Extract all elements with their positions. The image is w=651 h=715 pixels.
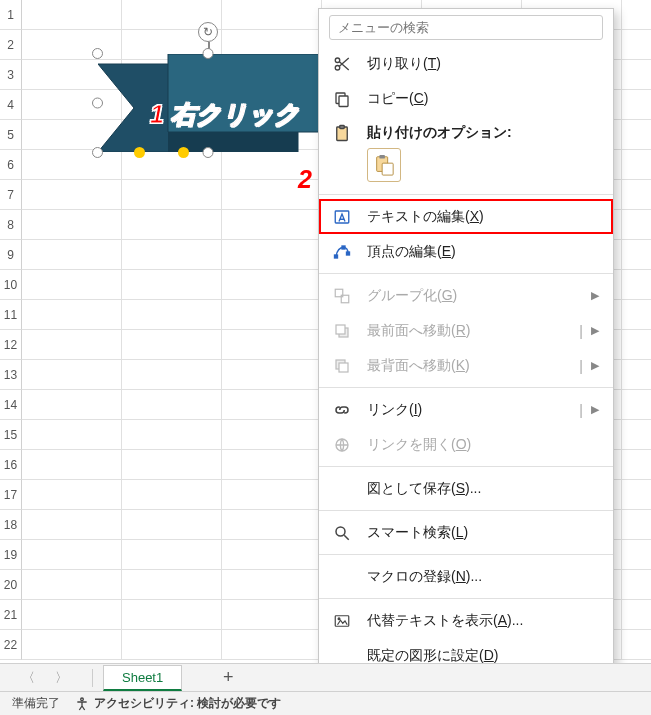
row-header[interactable]: 9 — [0, 240, 22, 270]
alt-text-icon — [331, 610, 353, 632]
separator — [319, 387, 613, 388]
adjust-handle[interactable] — [134, 147, 145, 158]
split-bar: | — [579, 402, 583, 418]
svg-rect-6 — [339, 96, 348, 107]
separator — [92, 669, 93, 687]
row-header[interactable]: 7 — [0, 180, 22, 210]
link-icon — [331, 399, 353, 421]
paste-options — [319, 146, 613, 190]
svg-rect-8 — [340, 126, 345, 129]
status-bar: 準備完了 アクセシビリティ: 検討が必要です — [0, 691, 651, 715]
svg-rect-19 — [336, 325, 345, 334]
menu-label: 最背面へ移動(K) — [367, 357, 579, 375]
separator — [319, 510, 613, 511]
resize-handle[interactable] — [92, 48, 103, 59]
menu-search-input[interactable] — [329, 15, 603, 40]
row-header[interactable]: 1 — [0, 0, 22, 30]
open-link-icon — [331, 434, 353, 456]
text-box-icon — [331, 206, 353, 228]
menu-save-as-picture[interactable]: 図として保存(S)... — [319, 471, 613, 506]
menu-label: リンクを開く(O) — [367, 436, 599, 454]
svg-point-3 — [335, 58, 340, 63]
menu-label: 頂点の編集(E) — [367, 243, 599, 261]
add-sheet-button[interactable]: + — [212, 665, 244, 691]
menu-record-macro[interactable]: マクロの登録(N)... — [319, 559, 613, 594]
paste-option-button[interactable] — [367, 148, 401, 182]
tab-prev-button[interactable]: 〈 — [22, 669, 35, 687]
menu-search-wrap — [319, 9, 613, 46]
row-header[interactable]: 5 — [0, 120, 22, 150]
separator — [319, 598, 613, 599]
accessibility-label: アクセシビリティ: 検討が必要です — [94, 695, 281, 712]
sheet-tabstrip: 〈 〉 Sheet1 + — [0, 663, 651, 691]
row-header[interactable]: 4 — [0, 90, 22, 120]
svg-rect-11 — [379, 155, 385, 159]
row-header[interactable]: 18 — [0, 510, 22, 540]
accessibility-status[interactable]: アクセシビリティ: 検討が必要です — [74, 695, 281, 712]
resize-handle[interactable] — [92, 147, 103, 158]
split-bar: | — [579, 323, 583, 339]
menu-smart-lookup[interactable]: スマート検索(L) — [319, 515, 613, 550]
menu-label: テキストの編集(X) — [367, 208, 599, 226]
annotation-step2: 2 — [298, 165, 312, 194]
row-header[interactable]: 14 — [0, 390, 22, 420]
resize-handle[interactable] — [203, 147, 214, 158]
row-header[interactable]: 20 — [0, 570, 22, 600]
accessibility-icon — [74, 696, 90, 712]
row-header[interactable]: 10 — [0, 270, 22, 300]
separator — [319, 466, 613, 467]
row-header[interactable]: 2 — [0, 30, 22, 60]
scissors-icon — [331, 53, 353, 75]
svg-rect-21 — [339, 363, 348, 372]
separator — [319, 194, 613, 195]
menu-cut[interactable]: 切り取り(T) — [319, 46, 613, 81]
row-header[interactable]: 12 — [0, 330, 22, 360]
menu-edit-text[interactable]: テキストの編集(X) — [319, 199, 613, 234]
row-header[interactable]: 13 — [0, 360, 22, 390]
svg-rect-15 — [347, 252, 350, 255]
row-header[interactable]: 17 — [0, 480, 22, 510]
menu-copy[interactable]: コピー(C) — [319, 81, 613, 116]
resize-handle[interactable] — [92, 98, 103, 109]
copy-icon — [331, 88, 353, 110]
edit-points-icon — [331, 241, 353, 263]
menu-bring-front: 最前面へ移動(R) | ▶ — [319, 313, 613, 348]
clipboard-icon — [331, 122, 353, 144]
row-header[interactable]: 11 — [0, 300, 22, 330]
row-header[interactable]: 21 — [0, 600, 22, 630]
menu-label: 貼り付けのオプション: — [367, 124, 512, 142]
row-header[interactable]: 8 — [0, 210, 22, 240]
svg-rect-10 — [382, 163, 393, 175]
menu-label: スマート検索(L) — [367, 524, 599, 542]
svg-point-28 — [81, 698, 84, 701]
tab-next-button[interactable]: 〉 — [55, 669, 68, 687]
menu-edit-points[interactable]: 頂点の編集(E) — [319, 234, 613, 269]
split-bar: | — [579, 358, 583, 374]
chevron-right-icon: ▶ — [591, 289, 599, 302]
resize-handle[interactable] — [203, 48, 214, 59]
menu-alt-text[interactable]: 代替テキストを表示(A)... — [319, 603, 613, 638]
adjust-handle[interactable] — [178, 147, 189, 158]
menu-paste-heading: 貼り付けのオプション: — [319, 116, 613, 146]
rotate-handle-icon[interactable]: ↻ — [198, 22, 218, 42]
row-headers: 1 2 3 4 5 6 7 8 9 10 11 12 13 14 15 16 1… — [0, 0, 22, 660]
row-header[interactable]: 16 — [0, 450, 22, 480]
chevron-right-icon: ▶ — [591, 324, 599, 337]
menu-label: マクロの登録(N)... — [367, 568, 599, 586]
row-header[interactable]: 15 — [0, 420, 22, 450]
row-header[interactable]: 19 — [0, 540, 22, 570]
menu-label: 代替テキストを表示(A)... — [367, 612, 599, 630]
menu-group: グループ化(G) ▶ — [319, 278, 613, 313]
sheet-tab[interactable]: Sheet1 — [103, 665, 182, 691]
menu-label: コピー(C) — [367, 90, 599, 108]
menu-label: 図として保存(S)... — [367, 480, 599, 498]
chevron-right-icon: ▶ — [591, 359, 599, 372]
menu-link[interactable]: リンク(I) | ▶ — [319, 392, 613, 427]
chevron-right-icon: ▶ — [591, 403, 599, 416]
menu-label: リンク(I) — [367, 401, 579, 419]
row-header[interactable]: 6 — [0, 150, 22, 180]
row-header[interactable]: 22 — [0, 630, 22, 660]
svg-point-23 — [336, 527, 345, 536]
row-header[interactable]: 3 — [0, 60, 22, 90]
annotation-step1: 1 右クリック — [150, 98, 300, 131]
